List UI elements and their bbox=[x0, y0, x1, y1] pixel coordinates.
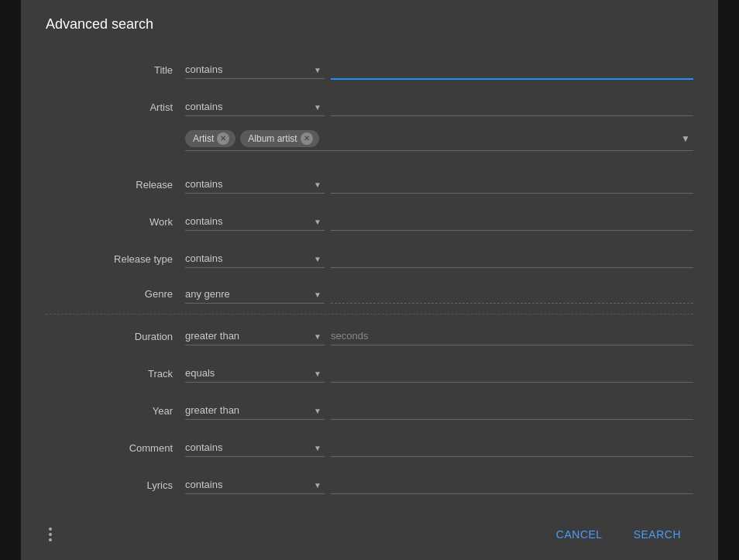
lyrics-row: Lyrics contains does not contain is ▼ bbox=[46, 466, 693, 503]
search-button[interactable]: Search bbox=[621, 522, 693, 547]
track-input[interactable] bbox=[331, 364, 693, 383]
work-control: contains does not contain is ▼ bbox=[185, 212, 693, 231]
release-condition-wrapper: contains does not contain is ▼ bbox=[185, 175, 325, 194]
album-artist-tag[interactable]: Album artist ✕ bbox=[240, 130, 318, 147]
artist-tag[interactable]: Artist ✕ bbox=[185, 130, 235, 147]
year-condition-select[interactable]: greater than less than equals bbox=[185, 401, 325, 420]
dot-2 bbox=[49, 533, 52, 536]
comment-row: Comment contains does not contain is ▼ bbox=[46, 429, 693, 466]
title-control: contains does not contain is is not star… bbox=[185, 60, 693, 80]
work-label: Work bbox=[46, 216, 185, 228]
title-label: Title bbox=[46, 64, 185, 76]
work-input[interactable] bbox=[331, 212, 693, 231]
work-row: Work contains does not contain is ▼ bbox=[46, 203, 693, 240]
lyrics-condition-select[interactable]: contains does not contain is bbox=[185, 476, 325, 494]
title-condition-select[interactable]: contains does not contain is is not star… bbox=[185, 60, 325, 79]
track-label: Track bbox=[46, 368, 185, 380]
dot-3 bbox=[49, 538, 52, 541]
work-condition-wrapper: contains does not contain is ▼ bbox=[185, 212, 325, 231]
advanced-search-dialog: Advanced search Title contains does not … bbox=[21, 0, 718, 560]
lyrics-condition-wrapper: contains does not contain is ▼ bbox=[185, 476, 325, 494]
release-type-condition-select[interactable]: contains does not contain is bbox=[185, 249, 325, 268]
tags-dropdown-arrow[interactable]: ▼ bbox=[678, 133, 693, 144]
release-type-label: Release type bbox=[46, 253, 185, 265]
artist-tags-row: Artist ✕ Album artist ✕ ▼ bbox=[46, 125, 693, 166]
lyrics-label: Lyrics bbox=[46, 479, 185, 491]
year-label: Year bbox=[46, 405, 185, 417]
lyrics-input[interactable] bbox=[331, 476, 693, 494]
artist-control: contains does not contain is is not ▼ bbox=[185, 98, 693, 116]
artist-tag-close[interactable]: ✕ bbox=[217, 132, 229, 145]
year-row: Year greater than less than equals ▼ bbox=[46, 392, 693, 429]
year-control: greater than less than equals ▼ bbox=[185, 401, 693, 420]
release-row: Release contains does not contain is ▼ bbox=[46, 166, 693, 203]
year-input[interactable] bbox=[331, 401, 693, 420]
genre-label: Genre bbox=[46, 288, 185, 300]
artist-row: Artist contains does not contain is is n… bbox=[46, 88, 693, 125]
comment-condition-select[interactable]: contains does not contain is bbox=[185, 438, 325, 457]
dialog-title: Advanced search bbox=[46, 16, 693, 33]
comment-label: Comment bbox=[46, 442, 185, 454]
duration-condition-select[interactable]: greater than less than equals bbox=[185, 327, 325, 345]
artist-tag-label: Artist bbox=[193, 133, 214, 144]
duration-row: Duration greater than less than equals ▼ bbox=[46, 318, 693, 355]
release-type-control: contains does not contain is ▼ bbox=[185, 249, 693, 268]
title-input[interactable] bbox=[331, 60, 693, 80]
artist-tags-control: Artist ✕ Album artist ✕ ▼ bbox=[185, 130, 693, 151]
cancel-button[interactable]: Cancel bbox=[544, 522, 615, 547]
artist-condition-select[interactable]: contains does not contain is is not bbox=[185, 98, 325, 116]
release-input[interactable] bbox=[331, 175, 693, 194]
duration-input[interactable] bbox=[331, 327, 693, 345]
duration-control: greater than less than equals ▼ bbox=[185, 327, 693, 345]
work-condition-select[interactable]: contains does not contain is bbox=[185, 212, 325, 231]
genre-input[interactable] bbox=[331, 285, 693, 304]
genre-condition-wrapper: any genre ▼ bbox=[185, 285, 325, 304]
release-type-input[interactable] bbox=[331, 249, 693, 268]
album-artist-tag-close[interactable]: ✕ bbox=[301, 132, 313, 145]
title-row: Title contains does not contain is is no… bbox=[46, 51, 693, 88]
dot-1 bbox=[49, 527, 52, 531]
track-condition-wrapper: equals greater than less than ▼ bbox=[185, 364, 325, 383]
release-condition-select[interactable]: contains does not contain is bbox=[185, 175, 325, 194]
genre-row: Genre any genre ▼ bbox=[46, 277, 693, 314]
album-artist-tag-label: Album artist bbox=[248, 133, 297, 144]
year-condition-wrapper: greater than less than equals ▼ bbox=[185, 401, 325, 420]
artist-condition-wrapper: contains does not contain is is not ▼ bbox=[185, 98, 325, 116]
footer-right: Cancel Search bbox=[544, 522, 693, 547]
more-options-button[interactable] bbox=[46, 524, 55, 545]
artist-input[interactable] bbox=[331, 98, 693, 116]
footer-left bbox=[46, 524, 55, 545]
track-condition-select[interactable]: equals greater than less than bbox=[185, 364, 325, 383]
duration-condition-wrapper: greater than less than equals ▼ bbox=[185, 327, 325, 345]
comment-control: contains does not contain is ▼ bbox=[185, 438, 693, 457]
comment-input[interactable] bbox=[331, 438, 693, 457]
duration-label: Duration bbox=[46, 331, 185, 342]
comment-condition-wrapper: contains does not contain is ▼ bbox=[185, 438, 325, 457]
release-type-row: Release type contains does not contain i… bbox=[46, 240, 693, 277]
form-rows: Title contains does not contain is is no… bbox=[46, 51, 693, 503]
artist-label: Artist bbox=[46, 101, 185, 113]
release-control: contains does not contain is ▼ bbox=[185, 175, 693, 194]
title-condition-wrapper: contains does not contain is is not star… bbox=[185, 60, 325, 79]
dialog-footer: Cancel Search bbox=[46, 522, 693, 547]
artist-tags-container: Artist ✕ Album artist ✕ ▼ bbox=[185, 130, 693, 151]
release-type-condition-wrapper: contains does not contain is ▼ bbox=[185, 249, 325, 268]
track-control: equals greater than less than ▼ bbox=[185, 364, 693, 383]
genre-condition-select[interactable]: any genre bbox=[185, 285, 325, 304]
lyrics-control: contains does not contain is ▼ bbox=[185, 476, 693, 494]
genre-control: any genre ▼ bbox=[185, 285, 693, 304]
track-row: Track equals greater than less than ▼ bbox=[46, 355, 693, 392]
release-label: Release bbox=[46, 179, 185, 191]
